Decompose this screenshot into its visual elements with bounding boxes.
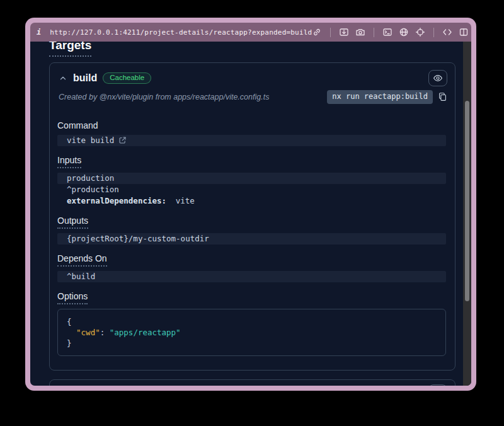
download-icon[interactable] (339, 27, 349, 37)
toolbar-divider (330, 28, 331, 37)
json-line: "cwd": "apps/reactapp" (67, 327, 437, 338)
outputs-heading[interactable]: Outputs (57, 216, 88, 229)
browser-window: i http://127.0.0.1:4211/project-details/… (25, 18, 476, 391)
build-card-body: Command vite build Inputs (50, 120, 455, 370)
serve-card-header[interactable]: serve vite serve (50, 380, 455, 386)
crosshair-icon[interactable] (415, 27, 425, 37)
input-row: production (57, 173, 446, 184)
code-icon[interactable] (442, 27, 452, 37)
toolbar-divider (374, 28, 374, 37)
view-graph-button[interactable] (428, 384, 447, 386)
toolbar-divider (433, 28, 434, 37)
command-heading: Command (57, 120, 98, 130)
targets-heading: Targets (49, 42, 91, 57)
json-line: { (67, 316, 437, 327)
depends-on-value: ^build (67, 271, 95, 282)
depends-on-row: ^build (57, 271, 446, 282)
build-card-subheader: Created by @nx/vite/plugin from apps/rea… (50, 89, 455, 112)
project-details-view: Targets build Cacheable (30, 42, 463, 386)
input-value: production (67, 173, 114, 184)
input-value: ^production (67, 184, 119, 195)
command-list: vite build (57, 135, 446, 146)
command-row: vite build (57, 135, 446, 146)
target-card-serve: serve vite serve (49, 379, 455, 386)
browser-toolbar: i http://127.0.0.1:4211/project-details/… (30, 23, 471, 42)
inputs-list: production ^production externalDependenc… (57, 173, 446, 207)
inputs-heading[interactable]: Inputs (57, 155, 81, 168)
info-icon: i (37, 28, 41, 37)
input-kv-value: vite (176, 195, 195, 207)
depends-on-list: ^build (57, 271, 446, 282)
browser-inner: i http://127.0.0.1:4211/project-details/… (30, 23, 471, 386)
options-heading[interactable]: Options (57, 291, 88, 304)
input-row: externalDependencies:vite (57, 195, 446, 207)
view-graph-button[interactable] (428, 70, 447, 86)
terminal-icon[interactable] (382, 27, 392, 37)
json-value: "apps/reactapp" (110, 328, 181, 337)
target-card-build: build Cacheable Created by @nx/vite/plug… (49, 62, 455, 371)
json-line: } (67, 338, 437, 348)
address-bar[interactable]: http://127.0.0.1:4211/project-details/re… (50, 28, 312, 37)
input-row: ^production (57, 184, 446, 195)
target-name: build (73, 72, 97, 84)
cacheable-badge: Cacheable (103, 72, 151, 84)
link-icon[interactable] (312, 27, 322, 37)
run-command-chip: nx run reactapp:build (327, 90, 433, 104)
camera-icon[interactable] (355, 27, 365, 37)
eye-icon (433, 73, 443, 83)
page-content: Targets build Cacheable (30, 42, 471, 386)
globe-icon[interactable] (399, 27, 409, 37)
toolbar-actions (312, 27, 469, 37)
json-key: "cwd" (76, 328, 100, 337)
chevron-up-icon[interactable] (59, 74, 67, 83)
build-card-header[interactable]: build Cacheable (50, 63, 455, 89)
scrollbar-track[interactable] (463, 42, 471, 386)
scrollbar-thumb[interactable] (465, 101, 469, 301)
command-value: vite build (67, 135, 114, 146)
output-value: {projectRoot}/my-custom-outdir (67, 233, 209, 245)
created-by-text: Created by @nx/vite/plugin from apps/rea… (59, 93, 269, 101)
input-kv-key: externalDependencies: (67, 195, 166, 207)
copy-icon[interactable] (438, 92, 447, 101)
external-link-icon[interactable] (118, 136, 127, 144)
outputs-list: {projectRoot}/my-custom-outdir (57, 233, 446, 245)
split-view-icon[interactable] (459, 27, 469, 37)
depends-on-heading[interactable]: Depends On (57, 253, 107, 267)
options-json-block: { "cwd": "apps/reactapp" } (57, 309, 446, 356)
output-row: {projectRoot}/my-custom-outdir (57, 233, 446, 245)
